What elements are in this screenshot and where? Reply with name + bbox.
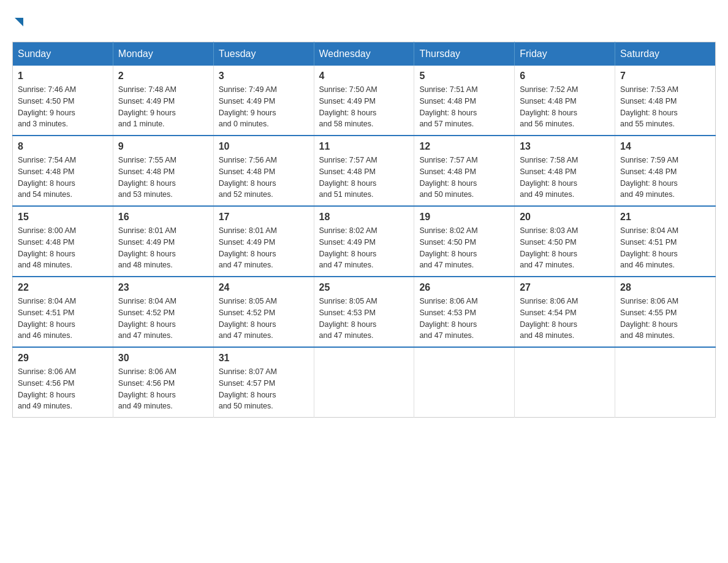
weekday-header-row: SundayMondayTuesdayWednesdayThursdayFrid… (13, 42, 716, 66)
calendar-cell: 28 Sunrise: 8:06 AMSunset: 4:55 PMDaylig… (615, 277, 716, 347)
calendar-cell: 24 Sunrise: 8:05 AMSunset: 4:52 PMDaylig… (213, 277, 314, 347)
calendar-cell: 5 Sunrise: 7:51 AMSunset: 4:48 PMDayligh… (414, 66, 515, 136)
weekday-header-thursday: Thursday (414, 42, 515, 66)
week-row-1: 1 Sunrise: 7:46 AMSunset: 4:50 PMDayligh… (13, 66, 716, 136)
day-number: 22 (18, 282, 108, 293)
day-info: Sunrise: 7:46 AMSunset: 4:50 PMDaylight:… (18, 84, 108, 130)
calendar-cell: 2 Sunrise: 7:48 AMSunset: 4:49 PMDayligh… (113, 66, 213, 136)
day-number: 14 (620, 141, 710, 152)
calendar-cell: 29 Sunrise: 8:06 AMSunset: 4:56 PMDaylig… (13, 347, 113, 418)
logo (12, 12, 26, 29)
day-info: Sunrise: 7:57 AMSunset: 4:48 PMDaylight:… (319, 155, 409, 201)
day-info: Sunrise: 8:04 AMSunset: 4:51 PMDaylight:… (620, 225, 710, 271)
calendar-cell: 20 Sunrise: 8:03 AMSunset: 4:50 PMDaylig… (515, 206, 615, 277)
calendar-cell: 25 Sunrise: 8:05 AMSunset: 4:53 PMDaylig… (314, 277, 414, 347)
calendar-cell: 17 Sunrise: 8:01 AMSunset: 4:49 PMDaylig… (213, 206, 314, 277)
day-number: 30 (118, 353, 208, 364)
day-number: 8 (18, 141, 108, 152)
day-info: Sunrise: 7:57 AMSunset: 4:48 PMDaylight:… (419, 155, 509, 201)
day-number: 27 (520, 282, 610, 293)
day-info: Sunrise: 8:04 AMSunset: 4:52 PMDaylight:… (118, 296, 208, 342)
logo-top (12, 12, 26, 33)
week-row-2: 8 Sunrise: 7:54 AMSunset: 4:48 PMDayligh… (13, 136, 716, 206)
calendar-cell: 3 Sunrise: 7:49 AMSunset: 4:49 PMDayligh… (213, 66, 314, 136)
calendar-cell: 30 Sunrise: 8:06 AMSunset: 4:56 PMDaylig… (113, 347, 213, 418)
day-number: 18 (319, 212, 409, 223)
weekday-header-monday: Monday (113, 42, 213, 66)
day-number: 3 (219, 71, 309, 82)
day-info: Sunrise: 8:07 AMSunset: 4:57 PMDaylight:… (219, 366, 309, 412)
day-number: 24 (219, 282, 309, 293)
day-info: Sunrise: 8:06 AMSunset: 4:55 PMDaylight:… (620, 296, 710, 342)
day-number: 29 (18, 353, 108, 364)
day-info: Sunrise: 7:51 AMSunset: 4:48 PMDaylight:… (419, 84, 509, 130)
calendar-cell (615, 347, 716, 418)
calendar-cell: 18 Sunrise: 8:02 AMSunset: 4:49 PMDaylig… (314, 206, 414, 277)
day-number: 11 (319, 141, 409, 152)
day-number: 16 (118, 212, 208, 223)
logo-arrow-icon (12, 12, 26, 33)
calendar-cell: 10 Sunrise: 7:56 AMSunset: 4:48 PMDaylig… (213, 136, 314, 206)
day-info: Sunrise: 7:54 AMSunset: 4:48 PMDaylight:… (18, 155, 108, 201)
calendar-cell (414, 347, 515, 418)
day-number: 26 (419, 282, 509, 293)
weekday-header-wednesday: Wednesday (314, 42, 414, 66)
day-info: Sunrise: 7:49 AMSunset: 4:49 PMDaylight:… (219, 84, 309, 130)
day-info: Sunrise: 8:06 AMSunset: 4:56 PMDaylight:… (118, 366, 208, 412)
calendar-cell: 12 Sunrise: 7:57 AMSunset: 4:48 PMDaylig… (414, 136, 515, 206)
calendar-cell: 9 Sunrise: 7:55 AMSunset: 4:48 PMDayligh… (113, 136, 213, 206)
page-header (12, 12, 716, 29)
calendar-cell (515, 347, 615, 418)
svg-marker-0 (15, 18, 23, 26)
calendar-cell (314, 347, 414, 418)
weekday-header-tuesday: Tuesday (213, 42, 314, 66)
day-number: 2 (118, 71, 208, 82)
day-number: 21 (620, 212, 710, 223)
day-number: 13 (520, 141, 610, 152)
calendar-cell: 27 Sunrise: 8:06 AMSunset: 4:54 PMDaylig… (515, 277, 615, 347)
weekday-header-sunday: Sunday (13, 42, 113, 66)
calendar-cell: 7 Sunrise: 7:53 AMSunset: 4:48 PMDayligh… (615, 66, 716, 136)
calendar-cell: 1 Sunrise: 7:46 AMSunset: 4:50 PMDayligh… (13, 66, 113, 136)
day-number: 4 (319, 71, 409, 82)
day-number: 23 (118, 282, 208, 293)
day-number: 6 (520, 71, 610, 82)
day-info: Sunrise: 8:01 AMSunset: 4:49 PMDaylight:… (118, 225, 208, 271)
day-info: Sunrise: 7:50 AMSunset: 4:49 PMDaylight:… (319, 84, 409, 130)
day-info: Sunrise: 7:56 AMSunset: 4:48 PMDaylight:… (219, 155, 309, 201)
day-info: Sunrise: 8:00 AMSunset: 4:48 PMDaylight:… (18, 225, 108, 271)
calendar-cell: 21 Sunrise: 8:04 AMSunset: 4:51 PMDaylig… (615, 206, 716, 277)
calendar-cell: 15 Sunrise: 8:00 AMSunset: 4:48 PMDaylig… (13, 206, 113, 277)
day-info: Sunrise: 7:55 AMSunset: 4:48 PMDaylight:… (118, 155, 208, 201)
day-info: Sunrise: 8:06 AMSunset: 4:53 PMDaylight:… (419, 296, 509, 342)
day-info: Sunrise: 8:02 AMSunset: 4:49 PMDaylight:… (319, 225, 409, 271)
day-info: Sunrise: 8:06 AMSunset: 4:56 PMDaylight:… (18, 366, 108, 412)
day-info: Sunrise: 7:59 AMSunset: 4:48 PMDaylight:… (620, 155, 710, 201)
day-info: Sunrise: 8:05 AMSunset: 4:52 PMDaylight:… (219, 296, 309, 342)
day-info: Sunrise: 8:04 AMSunset: 4:51 PMDaylight:… (18, 296, 108, 342)
calendar-cell: 14 Sunrise: 7:59 AMSunset: 4:48 PMDaylig… (615, 136, 716, 206)
week-row-4: 22 Sunrise: 8:04 AMSunset: 4:51 PMDaylig… (13, 277, 716, 347)
day-number: 12 (419, 141, 509, 152)
calendar-table: SundayMondayTuesdayWednesdayThursdayFrid… (12, 42, 716, 418)
day-info: Sunrise: 8:03 AMSunset: 4:50 PMDaylight:… (520, 225, 610, 271)
day-info: Sunrise: 8:05 AMSunset: 4:53 PMDaylight:… (319, 296, 409, 342)
day-number: 25 (319, 282, 409, 293)
day-number: 10 (219, 141, 309, 152)
calendar-cell: 11 Sunrise: 7:57 AMSunset: 4:48 PMDaylig… (314, 136, 414, 206)
day-info: Sunrise: 7:48 AMSunset: 4:49 PMDaylight:… (118, 84, 208, 130)
weekday-header-saturday: Saturday (615, 42, 716, 66)
day-number: 7 (620, 71, 710, 82)
day-number: 5 (419, 71, 509, 82)
week-row-5: 29 Sunrise: 8:06 AMSunset: 4:56 PMDaylig… (13, 347, 716, 418)
calendar-cell: 23 Sunrise: 8:04 AMSunset: 4:52 PMDaylig… (113, 277, 213, 347)
week-row-3: 15 Sunrise: 8:00 AMSunset: 4:48 PMDaylig… (13, 206, 716, 277)
calendar-cell: 22 Sunrise: 8:04 AMSunset: 4:51 PMDaylig… (13, 277, 113, 347)
calendar-cell: 4 Sunrise: 7:50 AMSunset: 4:49 PMDayligh… (314, 66, 414, 136)
calendar-cell: 16 Sunrise: 8:01 AMSunset: 4:49 PMDaylig… (113, 206, 213, 277)
day-number: 20 (520, 212, 610, 223)
day-info: Sunrise: 8:02 AMSunset: 4:50 PMDaylight:… (419, 225, 509, 271)
calendar-cell: 13 Sunrise: 7:58 AMSunset: 4:48 PMDaylig… (515, 136, 615, 206)
calendar-cell: 6 Sunrise: 7:52 AMSunset: 4:48 PMDayligh… (515, 66, 615, 136)
day-number: 15 (18, 212, 108, 223)
